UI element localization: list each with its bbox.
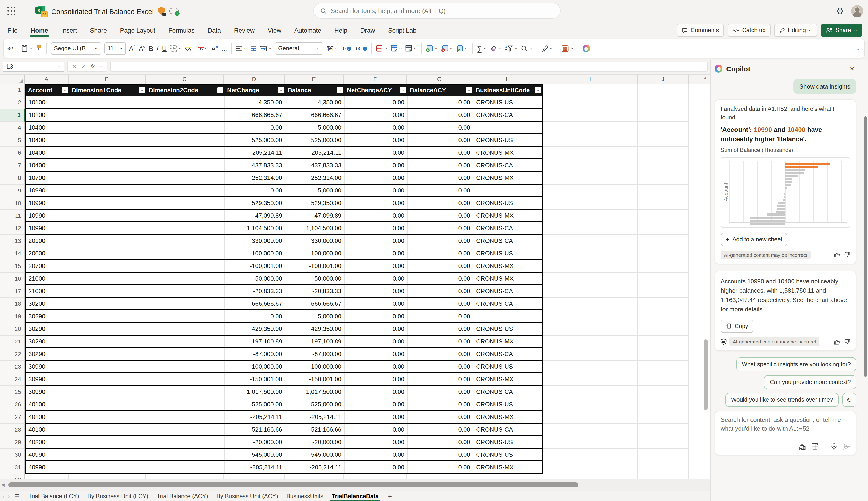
- copy-button[interactable]: Copy: [721, 320, 753, 333]
- cell[interactable]: 10990: [26, 197, 70, 209]
- cell[interactable]: -330,000.00: [225, 235, 285, 246]
- prompt-guide-icon[interactable]: [798, 443, 806, 450]
- cell-empty[interactable]: [224, 474, 284, 479]
- cell-empty[interactable]: [638, 373, 689, 386]
- fill-color-button[interactable]: ⌄: [185, 46, 196, 51]
- select-all-corner[interactable]: [0, 75, 25, 84]
- cell[interactable]: -100,000.00: [285, 247, 345, 259]
- cell[interactable]: -521,166.66: [285, 424, 345, 435]
- cell[interactable]: CRONUS-MX: [473, 210, 542, 221]
- column-header-H[interactable]: H: [472, 75, 543, 84]
- cell[interactable]: 0.00: [408, 449, 473, 460]
- cell[interactable]: 525,000.00: [225, 134, 285, 146]
- table-header-Balance[interactable]: Balance⌄: [285, 85, 345, 96]
- cell[interactable]: CRONUS-CA: [473, 348, 542, 360]
- add-sheet-button[interactable]: +: [386, 492, 394, 500]
- row-number[interactable]: 32: [0, 474, 25, 479]
- cell[interactable]: 0.00: [345, 96, 408, 108]
- saved-cloud-icon[interactable]: ✓: [169, 8, 179, 14]
- cell[interactable]: 0.00: [408, 323, 473, 334]
- filter-dropdown-icon[interactable]: ⌄: [535, 87, 541, 94]
- cell[interactable]: 0.00: [345, 335, 408, 347]
- cell[interactable]: CRONUS-MX: [473, 461, 542, 473]
- settings-gear-icon[interactable]: ⚙: [836, 6, 844, 16]
- cell[interactable]: 0.00: [408, 260, 473, 272]
- cell-empty[interactable]: [638, 172, 689, 184]
- cell-empty[interactable]: [638, 335, 689, 348]
- cell[interactable]: CRONUS-MX: [473, 373, 542, 385]
- cell[interactable]: 20100: [26, 235, 70, 246]
- cell-empty[interactable]: [543, 159, 638, 172]
- clear-button[interactable]: ⌄: [490, 45, 502, 52]
- row-number[interactable]: 29: [0, 436, 25, 449]
- autosum-button[interactable]: ∑⌄: [477, 45, 487, 52]
- cell[interactable]: -429,350.00: [285, 323, 345, 334]
- sensitivity-shield-icon[interactable]: [158, 7, 165, 15]
- cell[interactable]: CRONUS-CA: [473, 298, 542, 309]
- cell[interactable]: 0.00: [408, 109, 473, 121]
- ribbon-collapse-chevron[interactable]: ⌄: [856, 46, 860, 51]
- cell[interactable]: [70, 134, 146, 146]
- cell[interactable]: [146, 348, 225, 360]
- cell[interactable]: [70, 335, 146, 347]
- cell[interactable]: 529,350.00: [225, 197, 285, 209]
- cell[interactable]: [70, 159, 146, 171]
- cell[interactable]: CRONUS-CA: [473, 222, 542, 234]
- document-title[interactable]: Consolidated Trial Balance Excel: [51, 7, 154, 15]
- cell[interactable]: [146, 323, 225, 334]
- cell[interactable]: 0.00: [408, 348, 473, 360]
- row-number[interactable]: 23: [0, 361, 25, 373]
- cell[interactable]: 10990: [26, 222, 70, 234]
- sheet-tab-by-business-unit-acy-[interactable]: By Business Unit (ACY): [212, 491, 282, 501]
- cell[interactable]: 10700: [26, 172, 70, 184]
- cell[interactable]: -666,666.67: [225, 298, 285, 309]
- cell[interactable]: 0.00: [345, 386, 408, 397]
- cell[interactable]: 10400: [26, 159, 70, 171]
- menu-formulas[interactable]: Formulas: [167, 24, 196, 36]
- cell[interactable]: 0.00: [408, 398, 473, 410]
- cell[interactable]: CRONUS-US: [473, 197, 542, 209]
- format-painter-button[interactable]: [36, 45, 42, 52]
- row-number[interactable]: 6: [0, 147, 25, 159]
- cell[interactable]: 30200: [26, 298, 70, 309]
- cell[interactable]: 437,833.33: [225, 159, 285, 171]
- cell-empty[interactable]: [543, 84, 638, 96]
- cell[interactable]: 0.00: [345, 247, 408, 259]
- cell[interactable]: [146, 361, 225, 372]
- cell[interactable]: 0.00: [408, 298, 473, 309]
- close-panel-icon[interactable]: ✕: [849, 65, 855, 72]
- cell-empty[interactable]: [543, 109, 638, 122]
- cell[interactable]: -205,214.11: [285, 411, 345, 423]
- cell-styles-button[interactable]: ⌄: [406, 45, 417, 52]
- cell[interactable]: -87,000.00: [225, 348, 285, 360]
- find-button[interactable]: ⌄: [521, 45, 532, 52]
- suggestion-pill[interactable]: What specific insights are you looking f…: [736, 358, 856, 371]
- table-header-Dimension1Code[interactable]: Dimension1Code⌄: [70, 85, 146, 96]
- cell[interactable]: 0.00: [408, 285, 473, 297]
- cell[interactable]: [70, 285, 146, 297]
- cell[interactable]: -252,314.00: [225, 172, 285, 184]
- cell[interactable]: 0.00: [408, 461, 473, 473]
- cell[interactable]: 0.00: [225, 184, 285, 196]
- cell[interactable]: [70, 184, 146, 196]
- cell-empty[interactable]: [543, 411, 638, 424]
- cell-empty[interactable]: [638, 109, 689, 122]
- cell[interactable]: CRONUS-MX: [473, 411, 542, 423]
- cell[interactable]: [70, 147, 146, 159]
- cell[interactable]: 0.00: [408, 335, 473, 347]
- cell[interactable]: 0.00: [345, 361, 408, 372]
- cell[interactable]: 0.00: [408, 386, 473, 397]
- cell[interactable]: 0.00: [345, 461, 408, 473]
- copilot-input-box[interactable]: Search for content, ask a question, or t…: [714, 411, 856, 455]
- merge-cells-button[interactable]: ⌄: [260, 45, 272, 52]
- cell-empty[interactable]: [638, 197, 689, 210]
- formula-input[interactable]: [110, 62, 708, 72]
- cell[interactable]: [146, 298, 225, 309]
- format-cells-button[interactable]: ⌄: [456, 45, 468, 52]
- cell-empty[interactable]: [543, 96, 638, 109]
- cell[interactable]: 0.00: [345, 373, 408, 385]
- sheet-tab-businessunits[interactable]: BusinessUnits: [282, 491, 327, 501]
- cell[interactable]: [146, 122, 225, 133]
- cell-empty[interactable]: [638, 273, 689, 285]
- menu-script-lab[interactable]: Script Lab: [387, 24, 417, 36]
